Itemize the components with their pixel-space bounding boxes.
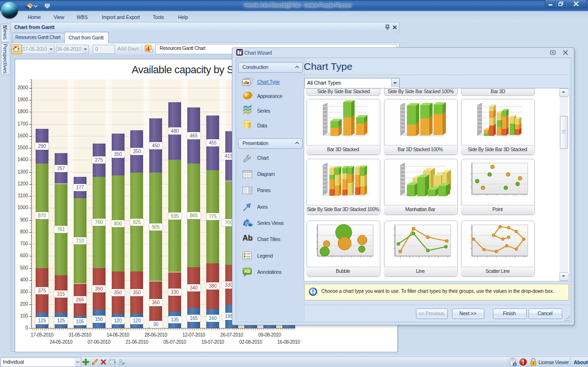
svg-text:Ab: Ab bbox=[244, 269, 251, 274]
